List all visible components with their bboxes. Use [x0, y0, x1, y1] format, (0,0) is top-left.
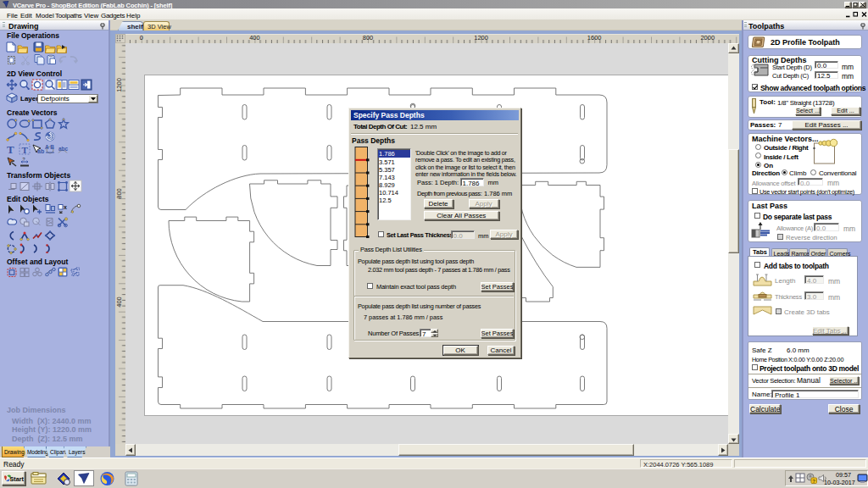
- svg-text:1200: 1200: [115, 78, 123, 92]
- svg-text:0: 0: [140, 34, 143, 42]
- svg-text:400: 400: [115, 297, 123, 308]
- svg-text:x: x: [64, 204, 67, 210]
- svg-text:800: 800: [115, 188, 123, 199]
- svg-text:abc: abc: [58, 146, 69, 152]
- svg-text:A B: A B: [45, 144, 54, 150]
- svg-text:T: T: [7, 143, 14, 156]
- svg-text:400: 400: [249, 34, 260, 42]
- svg-text:ab: ab: [37, 148, 44, 154]
- svg-text:2000: 2000: [700, 34, 715, 42]
- svg-text:1200: 1200: [474, 34, 488, 42]
- svg-text:?: ?: [812, 479, 815, 484]
- svg-text:?: ?: [23, 157, 25, 162]
- svg-text:800: 800: [363, 34, 374, 42]
- svg-text:1600: 1600: [587, 34, 602, 42]
- svg-text:T: T: [22, 145, 29, 155]
